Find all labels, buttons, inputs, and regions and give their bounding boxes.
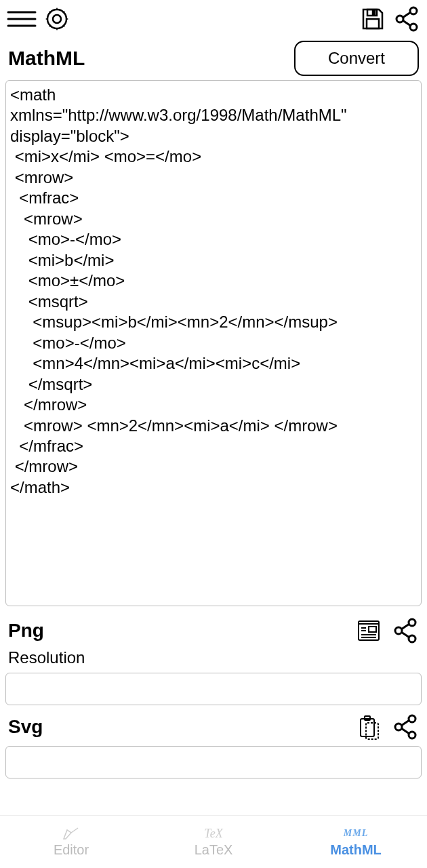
svg-line-23 <box>401 632 409 637</box>
save-icon[interactable] <box>359 5 386 33</box>
svg-line-32 <box>71 828 78 833</box>
svg-line-11 <box>403 12 411 18</box>
tab-editor[interactable]: Editor <box>0 816 142 868</box>
mathml-code-input[interactable] <box>5 80 422 606</box>
svg-point-28 <box>395 724 402 730</box>
svg-point-4 <box>47 9 66 28</box>
svg-line-12 <box>403 20 411 26</box>
tab-latex-label: LaTeX <box>195 842 233 858</box>
share-icon[interactable] <box>392 617 419 644</box>
png-section: Png <box>0 609 427 667</box>
tex-icon: TeX <box>204 826 222 841</box>
svg-rect-7 <box>367 19 379 28</box>
bottom-nav: Editor TeX LaTeX MML MathML <box>0 815 427 868</box>
svg-header: Svg <box>8 713 419 741</box>
topbar-left <box>7 5 70 33</box>
svg-point-21 <box>409 635 415 642</box>
png-actions <box>355 617 419 644</box>
tab-mathml-label: MathML <box>330 842 382 858</box>
tab-latex[interactable]: TeX LaTeX <box>142 816 285 868</box>
svg-point-8 <box>410 7 417 14</box>
svg-input[interactable] <box>5 746 422 778</box>
mml-icon: MML <box>344 826 368 841</box>
svg-section: Svg <box>0 705 427 741</box>
gear-icon[interactable] <box>43 5 70 33</box>
svg-point-27 <box>409 715 415 722</box>
resolution-input[interactable] <box>5 673 422 705</box>
image-preview-icon[interactable] <box>355 617 382 644</box>
convert-button[interactable]: Convert <box>294 41 419 76</box>
share-icon[interactable] <box>393 5 420 33</box>
svg-rect-6 <box>373 11 375 14</box>
svg-point-20 <box>395 627 402 634</box>
svg-actions <box>355 713 419 741</box>
menu-icon[interactable] <box>7 9 37 28</box>
svg-point-10 <box>410 24 417 31</box>
svg-point-19 <box>409 619 415 626</box>
topbar <box>0 0 427 35</box>
share-icon[interactable] <box>392 713 419 741</box>
pen-icon <box>62 826 81 841</box>
resolution-label: Resolution <box>8 648 419 667</box>
svg-point-3 <box>53 15 61 23</box>
svg-rect-24 <box>361 719 374 736</box>
tab-editor-label: Editor <box>54 842 89 858</box>
svg-line-30 <box>401 720 409 726</box>
mathml-title: MathML <box>8 47 85 70</box>
tab-mathml[interactable]: MML MathML <box>285 816 427 868</box>
png-title: Png <box>8 620 44 642</box>
svg-line-22 <box>401 624 409 629</box>
svg-line-31 <box>401 728 409 734</box>
svg-title: Svg <box>8 716 43 738</box>
png-header: Png <box>8 617 419 644</box>
svg-point-9 <box>396 16 403 22</box>
clipboard-icon[interactable] <box>355 713 382 741</box>
topbar-right <box>359 5 420 33</box>
mathml-header: MathML Convert <box>0 35 427 80</box>
svg-rect-14 <box>369 627 376 632</box>
svg-point-29 <box>409 732 415 738</box>
